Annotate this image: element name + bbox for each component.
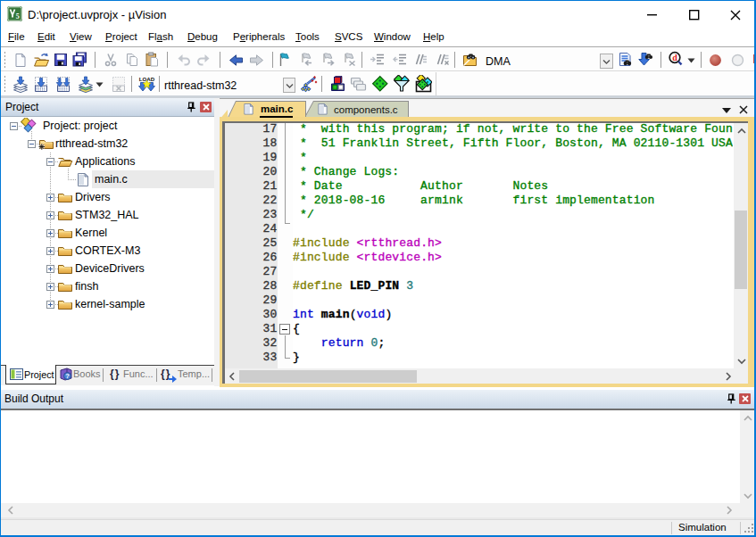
svg-text:d: d [672,53,677,62]
svg-text:?: ? [65,372,70,380]
svg-text:5: 5 [16,12,20,21]
